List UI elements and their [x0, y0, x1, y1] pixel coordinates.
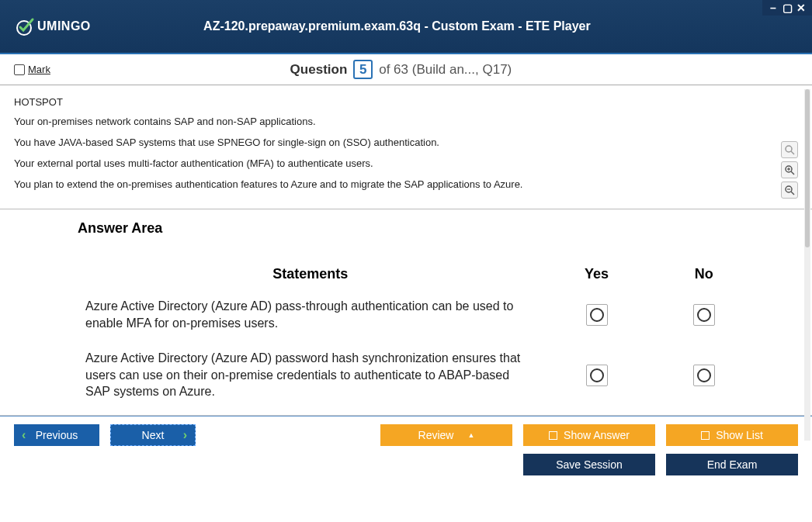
- question-number: 5: [353, 60, 373, 79]
- scrollbar[interactable]: [804, 89, 810, 441]
- zoom-reset-button[interactable]: [781, 141, 798, 158]
- question-line: You plan to extend the on-premises authe…: [14, 178, 798, 190]
- close-button[interactable]: ✕: [795, 2, 807, 14]
- yes-option-2[interactable]: [586, 365, 608, 386]
- question-line: Your external portal uses multi-factor a…: [14, 157, 798, 169]
- svg-point-1: [786, 146, 792, 152]
- statement-text: Azure Active Directory (Azure AD) passwo…: [78, 341, 543, 410]
- window-controls: – ▢ ✕: [762, 0, 812, 16]
- app-title: AZ-120.prepaway.premium.exam.63q - Custo…: [91, 19, 703, 33]
- show-list-checkbox[interactable]: [701, 431, 710, 440]
- mark-checkbox-group[interactable]: Mark: [14, 64, 50, 75]
- review-button[interactable]: Review: [380, 424, 512, 446]
- mark-checkbox[interactable]: [14, 64, 25, 75]
- col-yes: Yes: [543, 260, 650, 289]
- svg-line-2: [791, 151, 794, 154]
- answer-area-heading: Answer Area: [78, 220, 758, 237]
- app-logo: UMINGO: [16, 16, 91, 36]
- col-statements: Statements: [78, 260, 543, 289]
- question-line: You have JAVA-based SAP systems that use…: [14, 137, 798, 148]
- answer-table: Statements Yes No Azure Active Directory…: [78, 260, 758, 410]
- table-row: Azure Active Directory (Azure AD) pass-t…: [78, 289, 758, 341]
- next-button[interactable]: Next: [110, 424, 196, 446]
- no-option-1[interactable]: [693, 304, 715, 326]
- maximize-button[interactable]: ▢: [781, 2, 793, 14]
- no-option-2[interactable]: [693, 365, 715, 386]
- mark-label[interactable]: Mark: [28, 64, 50, 75]
- yes-option-1[interactable]: [586, 304, 608, 326]
- question-word: Question: [290, 62, 348, 77]
- show-answer-button[interactable]: Show Answer: [523, 424, 655, 446]
- previous-button[interactable]: Previous: [14, 424, 99, 446]
- statement-text: Azure Active Directory (Azure AD) pass-t…: [78, 289, 543, 341]
- save-session-button[interactable]: Save Session: [523, 454, 655, 475]
- answer-area-pane: Answer Area Statements Yes No Azure Acti…: [0, 209, 812, 415]
- question-counter: Question 5 of 63 (Build an..., Q17): [50, 62, 751, 78]
- minimize-button[interactable]: –: [767, 2, 779, 14]
- question-subheader: Mark Question 5 of 63 (Build an..., Q17): [0, 54, 812, 85]
- question-line: Your on-premises network contains SAP an…: [14, 116, 798, 127]
- question-of-text: of 63 (Build an..., Q17): [379, 62, 512, 77]
- col-no: No: [651, 260, 758, 289]
- app-header: UMINGO AZ-120.prepaway.premium.exam.63q …: [0, 0, 812, 54]
- svg-line-4: [791, 171, 794, 175]
- footer-bar: Previous Next Review Show Answer Show Li…: [0, 416, 812, 483]
- show-answer-checkbox[interactable]: [549, 431, 557, 440]
- zoom-in-button[interactable]: [781, 161, 798, 178]
- table-row: Azure Active Directory (Azure AD) passwo…: [78, 341, 758, 410]
- logo-checkmark-icon: [16, 16, 36, 36]
- zoom-controls: [781, 141, 798, 199]
- logo-text: UMINGO: [37, 19, 91, 33]
- zoom-out-button[interactable]: [781, 181, 798, 199]
- end-exam-button[interactable]: End Exam: [666, 454, 798, 475]
- show-list-button[interactable]: Show List: [666, 424, 798, 446]
- svg-line-8: [791, 192, 794, 195]
- hotspot-label: HOTSPOT: [14, 96, 798, 108]
- question-text-pane: HOTSPOT Your on-premises network contain…: [0, 85, 812, 209]
